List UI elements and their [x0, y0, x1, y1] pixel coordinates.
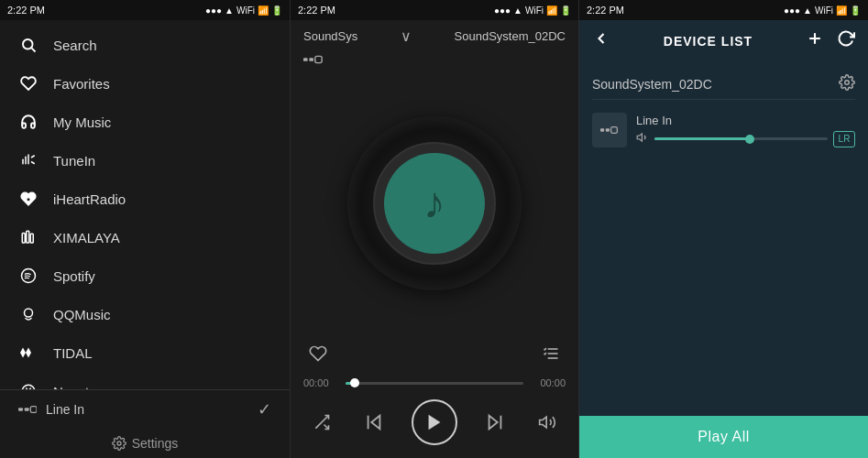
svg-marker-13 — [20, 348, 31, 358]
device-panel: 2:22 PM ●●●▲WiFi📶🔋 DEVICE LIST — [579, 0, 868, 458]
settings-label: Settings — [132, 436, 179, 451]
svg-marker-29 — [371, 416, 379, 430]
status-icons-2: ●●●▲WiFi📶🔋 — [494, 5, 571, 16]
device-name: SoundSystem_02DC — [592, 77, 712, 92]
device-indicator-icon — [303, 54, 324, 65]
prev-button[interactable] — [359, 408, 389, 437]
progress-track[interactable] — [346, 382, 523, 385]
source-label: Line In — [636, 114, 855, 127]
favorite-button[interactable] — [303, 339, 333, 368]
menu-label-my-music: My Music — [53, 114, 111, 130]
menu-item-qqmusic[interactable]: QQMusic — [0, 295, 290, 333]
svg-rect-10 — [30, 234, 33, 243]
next-button[interactable] — [480, 408, 510, 437]
player-nav: SoundSys ∨ SoundSystem_02DC — [291, 20, 578, 52]
time-3: 2:22 PM — [587, 5, 624, 16]
svg-rect-4 — [27, 154, 29, 164]
svg-point-37 — [845, 81, 850, 85]
svg-point-0 — [23, 39, 33, 49]
footer-line-in[interactable]: Line In — [18, 402, 84, 417]
svg-point-12 — [25, 309, 33, 317]
playback-buttons — [303, 394, 566, 451]
nav-device-right[interactable]: SoundSystem_02DC — [455, 29, 566, 43]
nav-chevron[interactable]: ∨ — [401, 27, 412, 45]
status-bar-3: 2:22 PM ●●●▲WiFi📶🔋 — [579, 0, 868, 20]
status-icons-3: ●●●▲WiFi📶🔋 — [784, 5, 861, 16]
svg-rect-2 — [22, 159, 24, 165]
lr-badge: LR — [833, 131, 855, 147]
svg-rect-17 — [18, 408, 23, 410]
settings-row[interactable]: Settings — [0, 429, 290, 458]
back-button[interactable] — [592, 29, 610, 52]
qqmusic-icon — [18, 304, 38, 324]
player-panel: 2:22 PM ●●●▲WiFi📶🔋 SoundSys ∨ SoundSyste… — [290, 0, 579, 458]
status-icons-1: ●●●▲WiFi📶🔋 — [205, 5, 282, 16]
device-settings-button[interactable] — [839, 74, 855, 93]
svg-rect-18 — [25, 408, 29, 410]
svg-rect-9 — [27, 231, 29, 243]
menu-label-qqmusic: QQMusic — [53, 307, 111, 322]
menu-list: Search Favorites My Music — [0, 20, 290, 389]
menu-label-iheartradio: iHeartRadio — [53, 191, 126, 207]
svg-line-6 — [31, 162, 35, 164]
volume-fill — [654, 137, 750, 140]
menu-label-tunein: TuneIn — [53, 153, 95, 169]
time-1: 2:22 PM — [7, 5, 45, 16]
play-all-button[interactable]: Play All — [579, 416, 868, 458]
line-in-label: Line In — [46, 402, 84, 417]
tunein-icon — [18, 150, 38, 170]
menu-item-favorites[interactable]: Favorites — [0, 64, 290, 103]
svg-rect-38 — [600, 128, 604, 131]
shuffle-button[interactable] — [307, 408, 336, 437]
menu-item-spotify[interactable]: Spotify — [0, 256, 290, 295]
spotify-icon — [18, 266, 38, 286]
menu-item-iheartradio[interactable]: iHeartRadio — [0, 180, 290, 218]
svg-point-20 — [117, 442, 121, 445]
menu-item-search[interactable]: Search — [0, 26, 290, 64]
svg-line-5 — [31, 156, 35, 158]
volume-track[interactable] — [654, 137, 828, 140]
volume-button[interactable] — [533, 408, 562, 437]
svg-marker-41 — [637, 134, 642, 141]
menu-item-tidal[interactable]: TIDAL — [0, 333, 290, 372]
refresh-button[interactable] — [837, 29, 855, 52]
tidal-icon — [18, 343, 38, 363]
svg-line-1 — [31, 48, 35, 51]
svg-rect-3 — [25, 157, 27, 165]
device-list-content: SoundSystem_02DC Line In — [579, 61, 868, 416]
player-actions — [303, 335, 566, 372]
svg-rect-19 — [30, 407, 37, 413]
menu-item-tunein[interactable]: TuneIn — [0, 141, 290, 180]
menu-footer: Line In ✓ — [0, 389, 290, 429]
settings-icon — [112, 436, 126, 451]
nav-device-left[interactable]: SoundSys — [303, 29, 357, 43]
play-pause-button[interactable] — [412, 399, 457, 445]
time-2: 2:22 PM — [298, 5, 335, 16]
menu-label-tidal: TIDAL — [53, 345, 93, 361]
device-nav-icons — [806, 29, 855, 52]
menu-panel: 2:22 PM ●●●▲WiFi📶🔋 Search Favorites — [0, 0, 290, 458]
progress-fill — [346, 382, 355, 385]
status-bar-2: 2:22 PM ●●●▲WiFi📶🔋 — [291, 0, 578, 20]
napster-icon — [18, 381, 38, 389]
svg-marker-32 — [489, 416, 498, 430]
volume-icon — [636, 131, 649, 147]
svg-marker-34 — [540, 417, 547, 428]
time-end: 00:00 — [531, 377, 566, 388]
search-icon — [18, 35, 38, 55]
heart-icon — [18, 73, 38, 93]
add-device-button[interactable] — [806, 29, 824, 52]
menu-item-napster[interactable]: Napster — [0, 372, 290, 389]
volume-dot — [745, 135, 754, 144]
progress-bar-container: 00:00 00:00 — [303, 377, 566, 388]
menu-item-my-music[interactable]: My Music — [0, 103, 290, 141]
device-group-header: SoundSystem_02DC — [592, 69, 855, 100]
svg-rect-21 — [303, 58, 308, 61]
menu-item-ximalaya[interactable]: XIMALAYA — [0, 218, 290, 256]
source-item-line-in[interactable]: Line In LR — [592, 107, 855, 153]
progress-dot — [350, 378, 359, 387]
svg-marker-31 — [429, 415, 441, 431]
menu-label-favorites: Favorites — [53, 76, 110, 92]
queue-button[interactable] — [536, 339, 566, 368]
svg-rect-22 — [309, 58, 313, 61]
